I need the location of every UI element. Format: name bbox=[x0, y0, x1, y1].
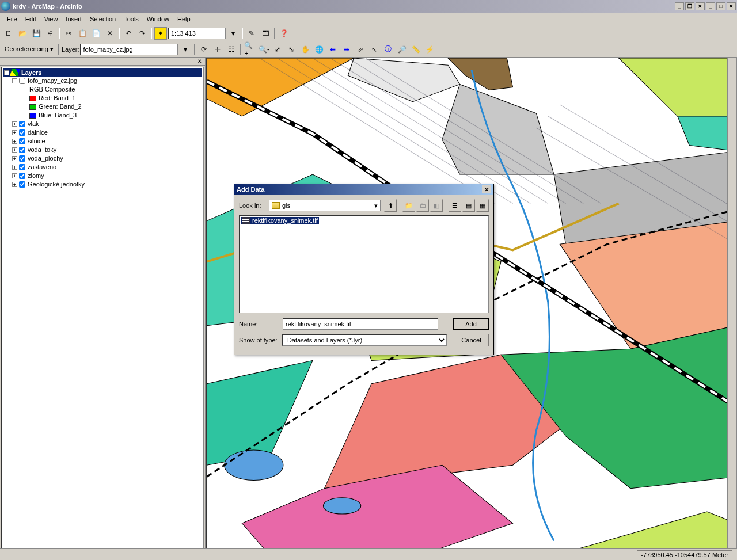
zoom-out-button[interactable]: 🔍- bbox=[257, 43, 270, 56]
disconnect-folder-button[interactable]: 🗀 bbox=[416, 199, 429, 212]
type-combo[interactable]: Datasets and Layers (*.lyr) bbox=[282, 334, 447, 346]
details-view-button[interactable]: ▤ bbox=[462, 199, 475, 212]
pan-button[interactable]: ✋ bbox=[299, 43, 311, 56]
cancel-button[interactable]: Cancel bbox=[454, 334, 489, 346]
new-button[interactable]: 🗋 bbox=[2, 27, 15, 40]
menu-help[interactable]: Help bbox=[174, 14, 194, 24]
find-button[interactable]: 🔎 bbox=[396, 43, 408, 56]
layer-checkbox[interactable] bbox=[19, 129, 25, 136]
arccatalog-button[interactable]: 🗔 bbox=[259, 27, 272, 40]
toc-layers-header[interactable]: - Layers bbox=[3, 68, 202, 77]
list-view-button[interactable]: ☰ bbox=[449, 199, 461, 212]
rotate-button[interactable]: ⟳ bbox=[197, 43, 210, 56]
layer-node[interactable]: +silnice bbox=[3, 137, 202, 146]
layer-checkbox[interactable] bbox=[19, 78, 25, 84]
minimize-button[interactable]: _ bbox=[675, 2, 684, 10]
expand-icon[interactable]: + bbox=[12, 139, 17, 144]
layer-checkbox[interactable] bbox=[19, 173, 25, 179]
editor-toolbar-button[interactable]: ✎ bbox=[245, 27, 258, 40]
lookin-combo[interactable]: gis ▾ bbox=[269, 200, 381, 211]
up-button[interactable]: ⬆ bbox=[384, 199, 397, 212]
dialog-titlebar[interactable]: Add Data ✕ bbox=[234, 184, 493, 195]
new-group-button[interactable]: ◧ bbox=[430, 199, 443, 212]
identify-button[interactable]: ⓘ bbox=[382, 43, 394, 56]
save-button[interactable]: 💾 bbox=[30, 27, 43, 40]
expand-icon[interactable]: + bbox=[12, 173, 17, 178]
menu-selection[interactable]: Selection bbox=[86, 14, 119, 24]
dialog-close-button[interactable]: ✕ bbox=[482, 185, 491, 193]
paste-button[interactable]: 📄 bbox=[90, 27, 102, 40]
collapse-icon[interactable]: - bbox=[12, 78, 17, 83]
raster-layer-node[interactable]: - fofo_mapy_cz.jpg bbox=[3, 77, 202, 85]
scale-dropdown-button[interactable]: ▾ bbox=[227, 27, 240, 40]
minimize2-button[interactable]: _ bbox=[706, 2, 715, 10]
georeferencing-menu[interactable]: Georeferencing ▾ bbox=[2, 44, 56, 54]
connect-folder-button[interactable]: 📁 bbox=[402, 199, 415, 212]
fixed-zoom-in-button[interactable]: ⤢ bbox=[271, 43, 284, 56]
print-button[interactable]: 🖨 bbox=[44, 27, 56, 40]
scale-input[interactable] bbox=[168, 28, 226, 39]
menu-tools[interactable]: Tools bbox=[120, 14, 142, 24]
expand-icon[interactable]: + bbox=[12, 121, 17, 127]
layer-node[interactable]: +dalnice bbox=[3, 128, 202, 137]
vertical-scrollbar[interactable] bbox=[727, 58, 736, 555]
thumbnails-view-button[interactable]: ▦ bbox=[476, 199, 489, 212]
menu-insert[interactable]: Insert bbox=[62, 14, 85, 24]
measure-button[interactable]: 📏 bbox=[409, 43, 422, 56]
layer-node[interactable]: +zlomy bbox=[3, 172, 202, 180]
menu-edit[interactable]: Edit bbox=[22, 14, 40, 24]
maximize-button[interactable]: □ bbox=[716, 2, 725, 10]
layer-checkbox[interactable] bbox=[19, 155, 25, 162]
expand-icon[interactable]: + bbox=[12, 147, 17, 153]
hyperlink-button[interactable]: ⚡ bbox=[423, 43, 436, 56]
layer-checkbox[interactable] bbox=[19, 181, 25, 188]
add-button[interactable]: Add bbox=[453, 318, 489, 330]
redo-button[interactable]: ↷ bbox=[136, 27, 149, 40]
select-features-button[interactable]: ⬀ bbox=[354, 43, 367, 56]
select-elements-button[interactable]: ↖ bbox=[368, 43, 381, 56]
toc-close-button[interactable]: × bbox=[196, 58, 204, 64]
expand-icon[interactable]: + bbox=[12, 130, 17, 135]
add-data-button[interactable]: ✦ bbox=[154, 27, 167, 40]
name-input[interactable] bbox=[283, 318, 438, 330]
layer-node[interactable]: +voda_toky bbox=[3, 146, 202, 154]
menu-file[interactable]: File bbox=[3, 14, 21, 24]
expand-icon[interactable]: + bbox=[12, 165, 17, 170]
layer-node[interactable]: +vlak bbox=[3, 120, 202, 128]
layer-checkbox[interactable] bbox=[19, 164, 25, 170]
undo-button[interactable]: ↶ bbox=[122, 27, 135, 40]
open-button[interactable]: 📂 bbox=[16, 27, 29, 40]
collapse-icon[interactable]: - bbox=[4, 70, 9, 75]
full-extent-button[interactable]: 🌐 bbox=[313, 43, 325, 56]
expand-icon[interactable]: + bbox=[12, 182, 17, 187]
zoom-in-button[interactable]: 🔍+ bbox=[244, 43, 256, 56]
layer-checkbox[interactable] bbox=[19, 138, 25, 144]
prev-extent-button[interactable]: ⬅ bbox=[326, 43, 339, 56]
layer-checkbox[interactable] bbox=[19, 147, 25, 153]
layer-dropdown-button[interactable]: ▾ bbox=[179, 43, 192, 56]
layer-node[interactable]: +voda_plochy bbox=[3, 154, 202, 163]
toc-tree[interactable]: - Layers - fofo_mapy_cz.jpg RGB Composit… bbox=[1, 67, 204, 550]
whatsthis-button[interactable]: ❓ bbox=[278, 27, 290, 40]
menu-window[interactable]: Window bbox=[143, 14, 173, 24]
restore-button[interactable]: ❐ bbox=[685, 2, 694, 10]
fixed-zoom-out-button[interactable]: ⤡ bbox=[285, 43, 298, 56]
layer-checkbox[interactable] bbox=[19, 121, 25, 127]
file-item-selected[interactable]: rektifikovany_snimek.tif bbox=[241, 217, 319, 224]
expand-icon[interactable]: + bbox=[12, 156, 17, 161]
close-button[interactable]: ✕ bbox=[696, 2, 705, 10]
link-table-button[interactable]: ☷ bbox=[225, 43, 238, 56]
layer-node[interactable]: +zastaveno bbox=[3, 163, 202, 172]
delete-button[interactable]: ✕ bbox=[104, 27, 116, 40]
layer-name: zastaveno bbox=[28, 163, 56, 172]
toc-close-bar: × bbox=[0, 58, 205, 66]
next-extent-button[interactable]: ➡ bbox=[340, 43, 353, 56]
cut-button[interactable]: ✂ bbox=[62, 27, 75, 40]
copy-button[interactable]: 📋 bbox=[76, 27, 89, 40]
layer-node[interactable]: +Geologické jednotky bbox=[3, 180, 202, 189]
close2-button[interactable]: ✕ bbox=[727, 2, 736, 10]
file-list[interactable]: rektifikovany_snimek.tif bbox=[239, 215, 489, 313]
menu-view[interactable]: View bbox=[41, 14, 62, 24]
control-points-button[interactable]: ✛ bbox=[211, 43, 224, 56]
layer-combo[interactable] bbox=[80, 44, 178, 55]
